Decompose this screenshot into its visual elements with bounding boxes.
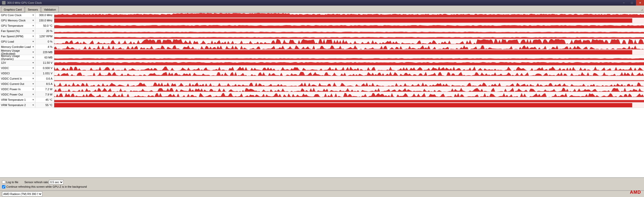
log-to-file-checkbox[interactable]: Log to file	[2, 180, 18, 184]
sensor-name-16: VRM Temperature 1 ▼	[0, 97, 35, 102]
sensor-graph-5	[54, 39, 644, 44]
dropdown-arrow-0[interactable]: ▼	[32, 14, 34, 16]
tabs-bar: Graphics Card Sensors Validation ⊿	[0, 6, 644, 13]
sensor-name-0: GPU Core Clock ▼	[0, 13, 35, 18]
sensor-value-1: 150.0 MHz	[35, 18, 54, 23]
tab-validation[interactable]: Validation	[41, 7, 59, 12]
dropdown-arrow-3[interactable]: ▼	[32, 30, 34, 32]
sensor-graph-12	[54, 76, 644, 81]
svg-rect-2	[54, 18, 632, 23]
sensor-name-4: Fan Speed (RPM) ▼	[0, 34, 35, 39]
sensor-value-7: 229 MB	[35, 50, 54, 55]
dropdown-arrow-11[interactable]: ▼	[32, 72, 34, 75]
maximize-button[interactable]: □	[628, 0, 636, 6]
sensor-name-3: Fan Speed (%) ▼	[0, 28, 35, 34]
tab-sensors[interactable]: Sensors	[25, 7, 41, 12]
sensor-graph-4	[54, 34, 644, 39]
tab-graphics-card[interactable]: Graphics Card	[1, 7, 24, 12]
dropdown-arrow-13[interactable]: ▼	[32, 83, 34, 85]
refresh-rate-select[interactable]: 0.5 sec 1 sec 2 sec 5 sec	[49, 180, 64, 184]
device-select[interactable]: AMD Radeon (TM) R9 390 Series	[2, 191, 42, 196]
table-row: VDDC Power Out ▼ 7.9 W	[0, 92, 644, 97]
resize-icon: ⊿	[641, 8, 643, 11]
table-row: Memory Usage (Dynamic) ▼ 63 MB	[0, 55, 644, 60]
title-bar: 300.0 MHz GPU Core Clock − □ ✕	[0, 0, 644, 6]
sensor-value-12: 0.6 A	[35, 76, 54, 81]
sensor-value-8: 63 MB	[35, 55, 54, 60]
sensor-value-2: 50.0 °C	[35, 23, 54, 28]
dropdown-arrow-8[interactable]: ▼	[32, 56, 34, 59]
sensor-graph-3	[54, 28, 644, 34]
continue-refresh-checkbox[interactable]: Continue refreshing this screen while GP…	[2, 185, 87, 188]
dropdown-arrow-4[interactable]: ▼	[32, 35, 34, 38]
svg-rect-9	[54, 50, 632, 54]
sensor-name-11: VDDCI ▼	[0, 71, 35, 76]
table-row: Memory Controller Load ▼ 4 %	[0, 44, 644, 50]
sensor-value-14: 7.2 W	[35, 87, 54, 92]
sensor-graph-10	[54, 65, 644, 71]
sensor-graph-17	[54, 103, 644, 108]
dropdown-arrow-7[interactable]: ▼	[32, 51, 34, 53]
table-row: VDDC ▼ 0.930 V	[0, 65, 644, 71]
dropdown-arrow-9[interactable]: ▼	[32, 61, 34, 64]
table-row: VDDC Current Out ▼ 8.5 A	[0, 81, 644, 87]
sensor-graph-7	[54, 50, 644, 55]
sensor-graph-2	[54, 23, 644, 28]
sensor-name-10: VDDC ▼	[0, 65, 35, 71]
sensor-value-0: 300.0 MHz	[35, 13, 54, 18]
sensor-value-5: 0 %	[35, 39, 54, 44]
sensor-name-9: 12V ▼	[0, 60, 35, 65]
sensor-value-4: 1297 RPM	[35, 34, 54, 39]
sensor-graph-8	[54, 55, 644, 60]
sensor-graph-6	[54, 44, 644, 49]
amd-logo: AMD	[630, 190, 641, 195]
table-row: VDDC Current In ▼ 0.6 A	[0, 76, 644, 81]
table-row: VDDCI ▼ 1.031 V	[0, 71, 644, 76]
sensor-value-3: 20 %	[35, 28, 54, 34]
table-row: GPU Temperature ▼ 50.0 °C	[0, 23, 644, 28]
window-title: 300.0 MHz GPU Core Clock	[7, 1, 42, 4]
sensor-graph-11	[54, 71, 644, 76]
sensor-graph-9	[54, 60, 644, 65]
dropdown-arrow-10[interactable]: ▼	[32, 67, 34, 69]
sensor-value-6: 4 %	[35, 44, 54, 49]
dropdown-arrow-14[interactable]: ▼	[32, 88, 34, 90]
sensor-graph-13	[54, 81, 644, 86]
sensor-value-11: 1.031 V	[35, 71, 54, 76]
dropdown-arrow-15[interactable]: ▼	[32, 93, 34, 96]
bottom-section: Log to file Sensor refresh rate: 0.5 sec…	[0, 177, 644, 190]
table-row: VRM Temperature 1 ▼ 45 °C	[0, 97, 644, 103]
sensor-graph-14	[54, 87, 644, 92]
close-button[interactable]: ✕	[636, 0, 644, 6]
sensor-value-16: 45 °C	[35, 97, 54, 102]
sensor-graph-15	[54, 92, 644, 97]
device-row: AMD Radeon (TM) R9 390 Series AMD	[0, 190, 644, 197]
table-row: 12V ▼ 11.50 V	[0, 60, 644, 65]
refresh-rate-label: Sensor refresh rate:	[24, 181, 49, 184]
dropdown-arrow-1[interactable]: ▼	[32, 19, 34, 22]
sensor-name-15: VDDC Power Out ▼	[0, 92, 35, 97]
table-row: GPU Load ▼ 0 %	[0, 39, 644, 44]
dropdown-arrow-5[interactable]: ▼	[32, 40, 34, 43]
sensor-graph-0	[54, 13, 644, 18]
dropdown-arrow-17[interactable]: ▼	[32, 104, 34, 106]
sensor-name-12: VDDC Current In ▼	[0, 76, 35, 81]
sensor-value-17: 55 °C	[35, 103, 54, 108]
sensor-name-1: GPU Memory Clock ▼	[0, 18, 35, 23]
sensor-name-17: VRM Temperature 2 ▼	[0, 103, 35, 108]
dropdown-arrow-16[interactable]: ▼	[32, 98, 34, 101]
dropdown-arrow-6[interactable]: ▼	[32, 46, 34, 48]
svg-rect-15	[54, 80, 644, 81]
dropdown-arrow-2[interactable]: ▼	[32, 24, 34, 27]
svg-rect-21	[54, 103, 632, 107]
sensor-value-15: 7.9 W	[35, 92, 54, 97]
sensor-name-2: GPU Temperature ▼	[0, 23, 35, 28]
dropdown-arrow-12[interactable]: ▼	[32, 77, 34, 80]
table-row: GPU Core Clock ▼ 300.0 MHz	[0, 13, 644, 18]
sensor-name-14: VDDC Power In ▼	[0, 87, 35, 92]
sensor-value-13: 8.5 A	[35, 81, 54, 86]
table-row: VDDC Power In ▼ 7.2 W	[0, 87, 644, 92]
content-area: GPU Core Clock ▼ 300.0 MHz GPU Memory Cl…	[0, 13, 644, 197]
minimize-button[interactable]: −	[620, 0, 628, 6]
table-row: GPU Memory Clock ▼ 150.0 MHz	[0, 18, 644, 23]
